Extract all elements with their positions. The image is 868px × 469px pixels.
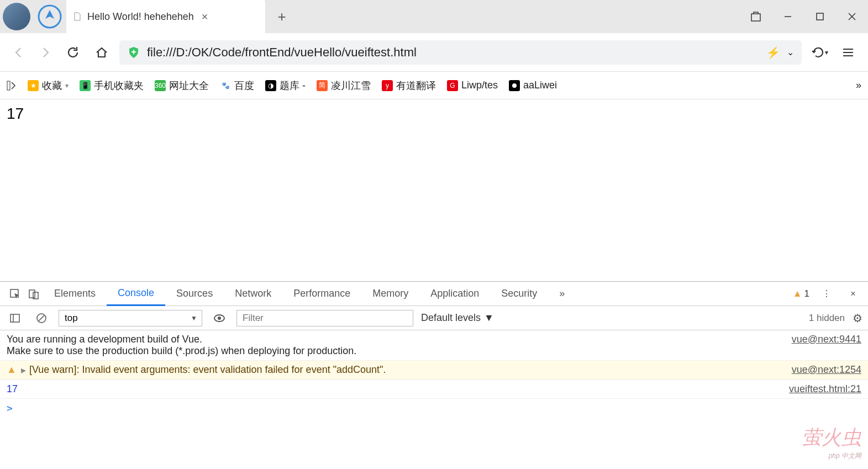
url-box[interactable]: file:///D:/OK/Code/frontEnd/vueHello/vue… [119,40,802,65]
devtools-tab-console[interactable]: Console [107,282,165,306]
tab-title: Hello World! heheheheh [87,11,194,23]
bookmark-label: aaLiwei [523,80,557,91]
forward-button[interactable] [35,43,55,62]
sidebar-icon[interactable] [6,313,24,323]
inspect-icon[interactable] [6,288,24,299]
bookmark-label: 有道翻译 [396,79,436,92]
bookmark-item[interactable]: y有道翻译 [382,79,436,92]
security-shield-icon [127,46,140,59]
bookmark-item[interactable]: 简凌川江雪 [317,79,371,92]
console-message: You are running a development build of V… [0,330,868,361]
browser-logo-icon[interactable] [33,0,66,33]
bookmark-icon: 360 [155,80,166,91]
tab-close-icon[interactable]: × [199,10,211,23]
filter-input[interactable] [236,310,413,326]
sidebar-toggle-icon[interactable] [7,81,17,91]
bookmark-overflow[interactable]: » [856,80,861,91]
message-text: [Vue warn]: Invalid event arguments: eve… [29,364,792,376]
bookmark-icon: 简 [317,80,328,91]
bookmark-item[interactable]: 📱手机收藏夹 [80,79,144,92]
bookmark-item[interactable]: ◑题库 - [265,79,306,92]
console-message: 17vueiftest.html:21 [0,380,868,399]
message-source[interactable]: vueiftest.html:21 [789,383,861,395]
message-source[interactable]: vue@next:1254 [792,364,861,376]
url-text: file:///D:/OK/Code/frontEnd/vueHello/vue… [147,45,760,60]
bookmark-item[interactable]: 360网址大全 [155,79,209,92]
minimize-button[interactable] [772,0,804,33]
window-controls [740,0,868,33]
bookmark-icon: 🐾 [220,80,231,91]
reload-button[interactable] [62,41,84,64]
bookmark-label: 题库 - [280,79,306,92]
console-toolbar: top Default levels ▼ 1 hidden ⚙ [0,306,868,330]
maximize-button[interactable] [804,0,836,33]
devtools-tab-sources[interactable]: Sources [165,282,224,306]
extension-icon[interactable] [740,0,772,33]
devtools-tab-overflow[interactable]: » [548,282,576,306]
clear-console-icon[interactable] [32,313,51,324]
bookmark-label: 百度 [234,79,254,92]
expand-icon[interactable]: ▸ [21,364,26,376]
devtools-tabs: ElementsConsoleSourcesNetworkPerformance… [0,282,868,306]
context-select[interactable]: top [59,310,202,326]
bookmark-label: Liwp/tes [461,80,498,91]
chevron-down-icon[interactable]: ▾ [65,82,69,89]
bookmark-icon: ◑ [265,80,276,91]
bookmark-label: 网址大全 [169,79,209,92]
bookmark-item[interactable]: ★收藏▾ [28,79,69,92]
console-output: You are running a development build of V… [0,330,868,469]
titlebar: Hello World! heheheheh × + [0,0,868,33]
bookmarks-bar: ★收藏▾📱手机收藏夹360网址大全🐾百度◑题库 -简凌川江雪y有道翻译GLiwp… [0,72,868,99]
back-button[interactable] [9,43,29,62]
bookmark-item[interactable]: 🐾百度 [220,79,254,92]
devtools-panel: ElementsConsoleSourcesNetworkPerformance… [0,281,868,469]
bookmark-icon: 📱 [80,80,91,91]
message-text: You are running a development build of V… [7,334,792,357]
home-button[interactable] [91,41,113,64]
devtools-menu-icon[interactable]: ⋮ [817,288,836,299]
bookmark-label: 手机收藏夹 [94,79,144,92]
hidden-count[interactable]: 1 hidden [809,313,845,324]
bookmark-item[interactable]: GLiwp/tes [447,80,498,91]
page-icon [73,12,82,21]
svg-rect-2 [817,13,823,20]
devtools-tab-application[interactable]: Application [419,282,490,306]
bookmark-label: 收藏 [42,79,62,92]
svg-rect-12 [29,290,35,298]
console-prompt[interactable]: > [0,399,868,417]
warning-count[interactable]: ▲1 [793,288,809,299]
svg-point-10 [512,83,517,88]
address-bar: file:///D:/OK/Code/frontEnd/vueHello/vue… [0,33,868,72]
device-toggle-icon[interactable] [24,288,43,299]
log-levels-select[interactable]: Default levels ▼ [421,312,494,324]
undo-button[interactable]: ▾ [808,45,830,60]
console-message: ▲▸[Vue warn]: Invalid event arguments: e… [0,361,868,380]
devtools-tab-performance[interactable]: Performance [282,282,361,306]
tab-active[interactable]: Hello World! heheheheh × [66,0,265,33]
chevron-down-icon[interactable]: ⌄ [787,47,794,57]
bookmark-item[interactable]: aaLiwei [509,80,557,91]
devtools-tab-security[interactable]: Security [490,282,548,306]
live-expression-icon[interactable] [210,312,229,324]
devtools-tab-network[interactable]: Network [224,282,282,306]
new-tab-button[interactable]: + [265,0,298,33]
svg-point-19 [218,317,221,320]
bookmark-icon: ★ [28,80,39,91]
bookmark-icon: G [447,80,458,91]
profile-avatar[interactable] [0,0,33,33]
menu-button[interactable] [837,46,859,59]
bookmark-icon [509,80,520,91]
message-text: 17 [7,383,789,395]
bookmark-icon: y [382,80,393,91]
warning-icon: ▲ [7,364,18,376]
page-content: 17 [0,99,868,128]
devtools-tab-elements[interactable]: Elements [43,282,107,306]
devtools-close-icon[interactable]: × [844,289,862,299]
svg-line-17 [39,315,44,321]
message-source[interactable]: vue@next:9441 [792,334,861,357]
close-button[interactable] [836,0,868,33]
settings-gear-icon[interactable]: ⚙ [853,312,862,325]
bolt-icon[interactable]: ⚡ [766,46,780,59]
svg-rect-14 [10,314,19,322]
devtools-tab-memory[interactable]: Memory [361,282,419,306]
